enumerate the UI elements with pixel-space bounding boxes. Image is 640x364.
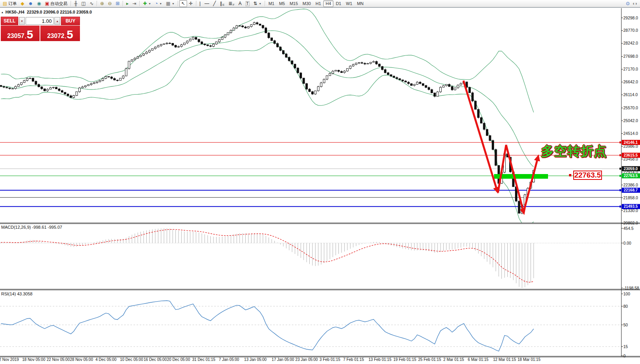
- cursor-icon: ↖: [181, 1, 185, 6]
- text-button[interactable]: A: [237, 0, 244, 7]
- chart-window-icon[interactable]: ◆: [19, 0, 26, 7]
- dropdown-arrow-icon[interactable]: ▼: [148, 2, 151, 5]
- sell-button[interactable]: SELL: [1, 17, 18, 25]
- svg-text:2 Mar 01:15: 2 Mar 01:15: [443, 357, 464, 362]
- label-icon: T: [246, 1, 250, 6]
- svg-text:-1198.58: -1198.58: [623, 286, 639, 290]
- fibonacci-button[interactable]: ≣F: [227, 0, 237, 7]
- svg-text:28242.0: 28242.0: [623, 41, 638, 45]
- chart-canvas[interactable]: 29298.028770.028242.027698.027170.026642…: [0, 0, 640, 364]
- chart-shift-icon: ⇥: [132, 1, 136, 6]
- toolbar-separator: [178, 1, 178, 6]
- green-highlight-bar[interactable]: [494, 174, 548, 179]
- tile-windows-button[interactable]: ⊞: [114, 0, 121, 7]
- dropdown-arrow-icon[interactable]: ▼: [160, 2, 162, 5]
- search-icon[interactable]: ⊙: [626, 1, 630, 6]
- svg-text:21858.0: 21858.0: [623, 195, 638, 200]
- sub-letter: F: [233, 3, 235, 7]
- svg-text:26642.0: 26642.0: [623, 79, 638, 84]
- timeframe-M5[interactable]: M5: [277, 0, 287, 7]
- svg-text:454.5: 454.5: [623, 226, 633, 231]
- volume-up-button[interactable]: ▲: [54, 17, 60, 25]
- svg-text:20802.0: 20802.0: [623, 221, 638, 225]
- svg-text:24514.0: 24514.0: [623, 131, 638, 136]
- new-order-button[interactable]: ▤订单: [1, 0, 19, 7]
- channel-icon: ∥: [220, 1, 222, 6]
- profile-icon[interactable]: ☻: [26, 0, 35, 7]
- svg-text:27698.0: 27698.0: [623, 54, 638, 59]
- timeframe-H1[interactable]: H1: [313, 0, 323, 7]
- svg-text:0: 0: [623, 354, 626, 358]
- svg-text:3 Feb 01:15: 3 Feb 01:15: [319, 357, 340, 362]
- svg-text:27170.0: 27170.0: [623, 67, 638, 71]
- horizontal-line-button[interactable]: ―: [203, 0, 211, 7]
- timeframe-D1[interactable]: D1: [333, 0, 343, 7]
- broadcast-icon[interactable]: ◉: [35, 0, 43, 7]
- chart-window-icon-icon: ◆: [21, 1, 24, 6]
- timeframe-M15[interactable]: M15: [287, 0, 300, 7]
- svg-text:22763.5: 22763.5: [624, 174, 638, 178]
- main-toolbar: ▤订单◆☻◉▣自动交易╫◫∿⊕⊖⊞▸⇥✚▼◔▼▦▼↖✛|―╱∥E≣FAT⇅▼M1…: [0, 0, 640, 7]
- trendline-button[interactable]: ╱: [211, 0, 218, 7]
- timeframe-M30[interactable]: M30: [300, 0, 313, 7]
- chat-icon[interactable]: ◖◗: [632, 1, 638, 6]
- svg-text:16 Dec 05:00: 16 Dec 05:00: [144, 357, 167, 362]
- zoom-out-button[interactable]: ⊖: [106, 0, 114, 7]
- timeframe-H4[interactable]: H4: [323, 0, 333, 7]
- volume-input[interactable]: [26, 17, 54, 25]
- crosshair-button[interactable]: ✛: [187, 0, 195, 7]
- zoom-in-button[interactable]: ⊕: [98, 0, 106, 7]
- chart-shift-button[interactable]: ⇥: [130, 0, 138, 7]
- timeframe-M1[interactable]: M1: [266, 0, 277, 7]
- buy-button[interactable]: BUY: [61, 17, 80, 25]
- toolbar-separator: [97, 1, 97, 6]
- timeframe-MN[interactable]: MN: [355, 0, 366, 7]
- volume-down-button[interactable]: ▼: [19, 17, 25, 25]
- buy-price-display[interactable]: 23072 . 5: [40, 26, 80, 41]
- channel-button[interactable]: ∥E: [218, 0, 226, 7]
- toolbar-separator: [123, 1, 123, 6]
- rsi-indicator-label: RSI(14) 43.3058: [1, 292, 33, 296]
- templates-button[interactable]: ▦▼: [164, 0, 176, 7]
- svg-text:19 Feb 01:15: 19 Feb 01:15: [394, 357, 416, 362]
- buy-price-main: 23072: [47, 33, 64, 40]
- periods-button[interactable]: ◔▼: [153, 0, 164, 7]
- autotrade-button[interactable]: ▣自动交易: [43, 0, 69, 7]
- svg-text:15: 15: [623, 344, 628, 349]
- dropdown-arrow-icon[interactable]: ▼: [172, 2, 175, 5]
- timeframe-W1[interactable]: W1: [343, 0, 355, 7]
- cursor-button[interactable]: ↖: [179, 0, 187, 7]
- auto-scroll-button[interactable]: ▸: [124, 0, 130, 7]
- candle-chart-button[interactable]: ◫: [80, 0, 88, 7]
- arrows-button[interactable]: ⇅▼: [251, 0, 264, 7]
- periods-icon: ◔: [155, 1, 158, 6]
- text-icon: A: [239, 1, 242, 6]
- price-callout-label[interactable]: 22763.5: [573, 171, 602, 180]
- toolbar-separator: [196, 1, 196, 6]
- svg-text:22386.0: 22386.0: [623, 183, 638, 187]
- vertical-line-button[interactable]: |: [198, 0, 203, 7]
- arrows-icon: ⇅: [253, 1, 257, 6]
- svg-text:29298.0: 29298.0: [623, 16, 638, 20]
- dropdown-arrow-icon[interactable]: ▼: [259, 2, 262, 5]
- turning-point-annotation[interactable]: 多空转折点: [541, 143, 607, 160]
- svg-text:26114.0: 26114.0: [623, 92, 638, 97]
- auto-scroll-icon: ▸: [126, 1, 128, 6]
- bar-chart-button[interactable]: ╫: [72, 0, 80, 7]
- svg-text:20 Dec 05:00: 20 Dec 05:00: [167, 357, 190, 362]
- horizontal-line-icon: ―: [205, 1, 209, 6]
- sell-price-display[interactable]: 23057 . 5: [1, 26, 40, 41]
- svg-text:4 Dec 05:00: 4 Dec 05:00: [95, 357, 116, 362]
- label-button[interactable]: T: [244, 0, 251, 7]
- svg-text:25042.0: 25042.0: [623, 118, 638, 123]
- svg-text:31 Dec 01:15: 31 Dec 01:15: [192, 357, 215, 362]
- sell-price-pip: 5: [27, 29, 33, 40]
- svg-text:25 Feb 01:15: 25 Feb 01:15: [418, 357, 441, 362]
- svg-text:23 Jan 05:00: 23 Jan 05:00: [295, 357, 318, 362]
- indicators-button[interactable]: ✚▼: [141, 0, 153, 7]
- chart-cursor-icon: ▴: [2, 10, 3, 14]
- line-chart-button[interactable]: ∿: [88, 0, 95, 7]
- svg-text:13 Feb 01:15: 13 Feb 01:15: [369, 357, 392, 362]
- chart-ohlc-values: 22329.0 23096.0 22116.0 23059.0: [27, 10, 92, 14]
- trendline-icon: ╱: [213, 1, 216, 6]
